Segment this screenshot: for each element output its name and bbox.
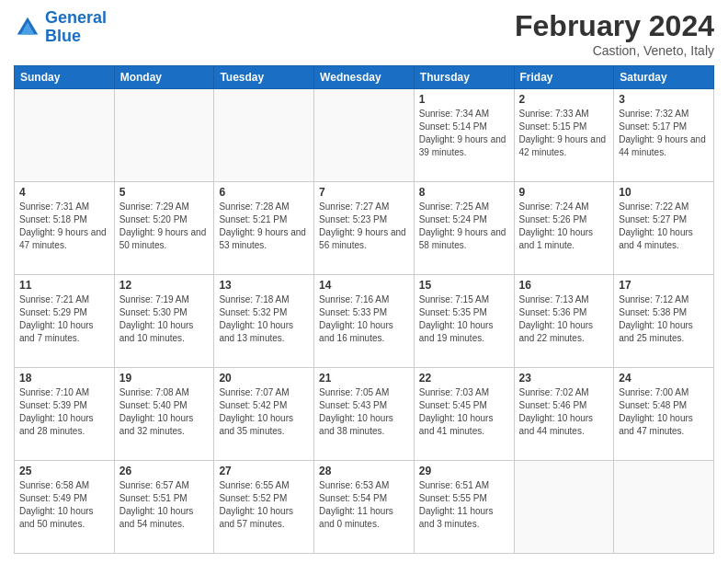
day-number: 6: [219, 186, 309, 199]
day-info: Sunrise: 6:57 AM Sunset: 5:51 PM Dayligh…: [119, 479, 210, 531]
day-number: 4: [19, 186, 109, 199]
day-info: Sunrise: 7:00 AM Sunset: 5:48 PM Dayligh…: [619, 386, 709, 438]
day-number: 27: [219, 465, 309, 477]
table-row: 5Sunrise: 7:29 AM Sunset: 5:20 PM Daylig…: [114, 182, 214, 275]
logo-general: General: [45, 8, 107, 27]
header: General Blue February 2024 Castion, Vene…: [14, 9, 714, 58]
day-number: 10: [619, 186, 709, 199]
table-row: 16Sunrise: 7:13 AM Sunset: 5:36 PM Dayli…: [514, 275, 614, 368]
day-info: Sunrise: 6:55 AM Sunset: 5:52 PM Dayligh…: [219, 479, 309, 531]
col-friday: Friday: [514, 66, 614, 89]
day-info: Sunrise: 7:27 AM Sunset: 5:23 PM Dayligh…: [319, 201, 409, 252]
calendar-header-row: Sunday Monday Tuesday Wednesday Thursday…: [15, 66, 714, 89]
day-number: 15: [419, 279, 509, 292]
table-row: 2Sunrise: 7:33 AM Sunset: 5:15 PM Daylig…: [514, 89, 614, 182]
logo-blue: Blue: [45, 27, 81, 45]
table-row: 12Sunrise: 7:19 AM Sunset: 5:30 PM Dayli…: [114, 275, 214, 368]
day-info: Sunrise: 6:51 AM Sunset: 5:55 PM Dayligh…: [419, 479, 509, 531]
day-info: Sunrise: 7:08 AM Sunset: 5:40 PM Dayligh…: [119, 386, 210, 438]
table-row: 18Sunrise: 7:10 AM Sunset: 5:39 PM Dayli…: [15, 368, 115, 461]
page: General Blue February 2024 Castion, Vene…: [0, 0, 728, 563]
day-number: 8: [419, 186, 509, 199]
logo-icon: [14, 14, 41, 41]
day-number: 3: [619, 93, 709, 106]
day-number: 2: [519, 93, 609, 106]
table-row: 15Sunrise: 7:15 AM Sunset: 5:35 PM Dayli…: [414, 275, 514, 368]
main-title: February 2024: [515, 9, 714, 43]
table-row: 7Sunrise: 7:27 AM Sunset: 5:23 PM Daylig…: [314, 182, 415, 275]
day-info: Sunrise: 7:19 AM Sunset: 5:30 PM Dayligh…: [119, 293, 210, 345]
col-thursday: Thursday: [414, 66, 514, 89]
table-row: [514, 461, 614, 554]
table-row: 28Sunrise: 6:53 AM Sunset: 5:54 PM Dayli…: [314, 461, 415, 554]
day-info: Sunrise: 7:13 AM Sunset: 5:36 PM Dayligh…: [519, 293, 609, 345]
table-row: 20Sunrise: 7:07 AM Sunset: 5:42 PM Dayli…: [214, 368, 314, 461]
day-number: 7: [319, 186, 409, 199]
day-info: Sunrise: 7:18 AM Sunset: 5:32 PM Dayligh…: [219, 293, 309, 345]
day-info: Sunrise: 7:33 AM Sunset: 5:15 PM Dayligh…: [519, 108, 609, 159]
day-number: 20: [219, 372, 309, 385]
calendar-week-row: 11Sunrise: 7:21 AM Sunset: 5:29 PM Dayli…: [15, 275, 714, 368]
day-number: 18: [19, 372, 109, 385]
table-row: 29Sunrise: 6:51 AM Sunset: 5:55 PM Dayli…: [414, 461, 514, 554]
day-number: 5: [119, 186, 210, 199]
calendar-week-row: 18Sunrise: 7:10 AM Sunset: 5:39 PM Dayli…: [15, 368, 714, 461]
day-number: 14: [319, 279, 409, 292]
col-sunday: Sunday: [15, 66, 115, 89]
day-number: 29: [419, 465, 509, 477]
table-row: 19Sunrise: 7:08 AM Sunset: 5:40 PM Dayli…: [114, 368, 214, 461]
table-row: 3Sunrise: 7:32 AM Sunset: 5:17 PM Daylig…: [614, 89, 714, 182]
day-number: 16: [519, 279, 609, 292]
table-row: [614, 461, 714, 554]
location-subtitle: Castion, Veneto, Italy: [515, 43, 714, 58]
day-number: 24: [619, 372, 709, 385]
day-info: Sunrise: 7:29 AM Sunset: 5:20 PM Dayligh…: [119, 201, 210, 252]
day-info: Sunrise: 7:16 AM Sunset: 5:33 PM Dayligh…: [319, 293, 409, 345]
day-info: Sunrise: 6:53 AM Sunset: 5:54 PM Dayligh…: [319, 479, 409, 531]
table-row: 8Sunrise: 7:25 AM Sunset: 5:24 PM Daylig…: [414, 182, 514, 275]
day-number: 28: [319, 465, 409, 477]
calendar-week-row: 1Sunrise: 7:34 AM Sunset: 5:14 PM Daylig…: [15, 89, 714, 182]
day-info: Sunrise: 7:02 AM Sunset: 5:46 PM Dayligh…: [519, 386, 609, 438]
table-row: 23Sunrise: 7:02 AM Sunset: 5:46 PM Dayli…: [514, 368, 614, 461]
table-row: 25Sunrise: 6:58 AM Sunset: 5:49 PM Dayli…: [15, 461, 115, 554]
day-number: 17: [619, 279, 709, 292]
day-info: Sunrise: 7:25 AM Sunset: 5:24 PM Dayligh…: [419, 201, 509, 252]
table-row: 26Sunrise: 6:57 AM Sunset: 5:51 PM Dayli…: [114, 461, 214, 554]
day-number: 26: [119, 465, 210, 477]
day-number: 23: [519, 372, 609, 385]
table-row: 10Sunrise: 7:22 AM Sunset: 5:27 PM Dayli…: [614, 182, 714, 275]
table-row: 11Sunrise: 7:21 AM Sunset: 5:29 PM Dayli…: [15, 275, 115, 368]
calendar-week-row: 4Sunrise: 7:31 AM Sunset: 5:18 PM Daylig…: [15, 182, 714, 275]
table-row: [314, 89, 415, 182]
title-block: February 2024 Castion, Veneto, Italy: [515, 9, 714, 58]
day-info: Sunrise: 7:10 AM Sunset: 5:39 PM Dayligh…: [19, 386, 109, 438]
table-row: 27Sunrise: 6:55 AM Sunset: 5:52 PM Dayli…: [214, 461, 314, 554]
table-row: 24Sunrise: 7:00 AM Sunset: 5:48 PM Dayli…: [614, 368, 714, 461]
day-number: 19: [119, 372, 210, 385]
day-info: Sunrise: 6:58 AM Sunset: 5:49 PM Dayligh…: [19, 479, 109, 531]
day-number: 12: [119, 279, 210, 292]
table-row: 14Sunrise: 7:16 AM Sunset: 5:33 PM Dayli…: [314, 275, 415, 368]
day-info: Sunrise: 7:07 AM Sunset: 5:42 PM Dayligh…: [219, 386, 309, 438]
col-tuesday: Tuesday: [214, 66, 314, 89]
table-row: 6Sunrise: 7:28 AM Sunset: 5:21 PM Daylig…: [214, 182, 314, 275]
calendar-table: Sunday Monday Tuesday Wednesday Thursday…: [14, 65, 714, 554]
logo: General Blue: [14, 9, 107, 46]
day-info: Sunrise: 7:24 AM Sunset: 5:26 PM Dayligh…: [519, 201, 609, 252]
day-info: Sunrise: 7:34 AM Sunset: 5:14 PM Dayligh…: [419, 108, 509, 159]
day-number: 25: [19, 465, 109, 477]
day-info: Sunrise: 7:31 AM Sunset: 5:18 PM Dayligh…: [19, 201, 109, 252]
table-row: [15, 89, 115, 182]
logo-text: General Blue: [45, 9, 107, 46]
table-row: 4Sunrise: 7:31 AM Sunset: 5:18 PM Daylig…: [15, 182, 115, 275]
day-number: 9: [519, 186, 609, 199]
calendar-week-row: 25Sunrise: 6:58 AM Sunset: 5:49 PM Dayli…: [15, 461, 714, 554]
table-row: 17Sunrise: 7:12 AM Sunset: 5:38 PM Dayli…: [614, 275, 714, 368]
day-info: Sunrise: 7:12 AM Sunset: 5:38 PM Dayligh…: [619, 293, 709, 345]
day-info: Sunrise: 7:03 AM Sunset: 5:45 PM Dayligh…: [419, 386, 509, 438]
day-info: Sunrise: 7:21 AM Sunset: 5:29 PM Dayligh…: [19, 293, 109, 345]
day-number: 11: [19, 279, 109, 292]
col-saturday: Saturday: [614, 66, 714, 89]
day-info: Sunrise: 7:28 AM Sunset: 5:21 PM Dayligh…: [219, 201, 309, 252]
